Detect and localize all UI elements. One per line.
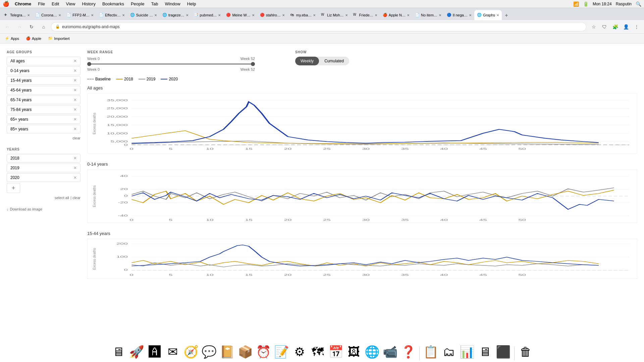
bookmark-apple[interactable]: 🍎 Apple — [24, 36, 43, 41]
battery-icon[interactable]: 🔋 — [583, 1, 589, 7]
tab-stahlro[interactable]: 🔴 stahlro… ✕ — [257, 10, 287, 20]
dock-chrome[interactable]: 🌐 — [364, 344, 380, 360]
remove-15-44[interactable]: ✕ — [73, 78, 77, 83]
dock-finder[interactable]: 🖥 — [110, 344, 127, 360]
bookmark-importiert[interactable]: 📁 Importiert — [46, 36, 71, 41]
back-button[interactable]: ← — [3, 22, 12, 32]
filter-2018[interactable]: 2018 ✕ — [7, 154, 80, 163]
menu-help[interactable]: Help — [184, 0, 199, 8]
remove-2018[interactable]: ✕ — [73, 156, 77, 161]
dock-appstore[interactable]: 🅰 — [146, 344, 163, 360]
remove-75-84[interactable]: ✕ — [73, 107, 77, 112]
menu-history[interactable]: History — [79, 0, 98, 8]
tab-close-applen[interactable]: ✕ — [407, 13, 410, 17]
apple-menu[interactable]: 🍎 — [3, 1, 9, 7]
show-weekly-button[interactable]: Weekly — [295, 57, 319, 65]
tab-suicide[interactable]: 🌐 Suicide … ✕ — [127, 10, 160, 20]
range-thumb-right[interactable] — [251, 62, 255, 66]
menu-dots-button[interactable]: ⋮ — [632, 22, 641, 32]
extensions-button[interactable]: 🧩 — [610, 22, 620, 32]
tab-pubmed[interactable]: 📑 pubmed… ✕ — [191, 10, 224, 20]
download-image-button[interactable]: ↓ Download as image — [7, 207, 80, 211]
tab-telegram[interactable]: ✈ Telegra… ✕ — [1, 10, 33, 20]
shield-button[interactable]: 🛡 — [600, 22, 609, 32]
tab-close-pubmed[interactable]: ✕ — [218, 13, 221, 17]
reload-button[interactable]: ↻ — [27, 22, 36, 32]
dock-mail[interactable]: ✉ — [164, 344, 181, 360]
remove-45-64[interactable]: ✕ — [73, 88, 77, 93]
search-icon[interactable]: 🔍 — [636, 1, 641, 7]
tab-close-suicide[interactable]: ✕ — [154, 13, 157, 17]
dock-trash[interactable]: 🗑 — [517, 344, 534, 360]
remove-2019[interactable]: ✕ — [73, 166, 77, 170]
remove-85-plus[interactable]: ✕ — [73, 127, 77, 131]
menu-bookmarks[interactable]: Bookmarks — [100, 0, 127, 8]
tab-close-trageze[interactable]: ✕ — [186, 13, 189, 17]
tab-meine[interactable]: 🔴 Meine W… ✕ — [223, 10, 257, 20]
bookmark-apps[interactable]: ⚡ Apps — [3, 36, 21, 41]
filter-45-64[interactable]: 45-64 years ✕ — [7, 86, 80, 95]
dock-help[interactable]: ❓ — [400, 344, 417, 360]
menu-edit[interactable]: Edit — [49, 0, 62, 8]
tab-noitem[interactable]: 📄 No item… ✕ — [412, 10, 444, 20]
tab-close-corona[interactable]: ✕ — [58, 13, 61, 17]
filter-15-44[interactable]: 15-44 years ✕ — [7, 76, 80, 85]
dock-prefs[interactable]: ⚙ — [291, 344, 308, 360]
remove-0-14[interactable]: ✕ — [73, 68, 77, 73]
menu-tab[interactable]: Tab — [148, 0, 161, 8]
dock-contacts[interactable]: 📔 — [219, 344, 235, 360]
dock-messages[interactable]: 💬 — [201, 344, 217, 360]
tab-graphs[interactable]: 🌐 Graphs ✕ — [474, 10, 502, 20]
url-bar[interactable]: 🔒 euromomo.eu/graphs-and-maps — [51, 22, 586, 32]
tab-close-ffp2[interactable]: ✕ — [91, 13, 94, 17]
dock-maps[interactable]: 🗺 — [309, 344, 326, 360]
tab-applen[interactable]: 🍎 Apple N… ✕ — [380, 10, 412, 20]
dock-launchpad[interactable]: 🚀 — [128, 344, 145, 360]
menu-file[interactable]: File — [35, 0, 48, 8]
tab-ffp2[interactable]: 📄 FFP2-M… ✕ — [64, 10, 96, 20]
tab-close-meine[interactable]: ✕ — [252, 13, 255, 17]
range-thumb-left[interactable] — [87, 62, 91, 66]
tab-close-effective[interactable]: ✕ — [122, 13, 125, 17]
tab-friede[interactable]: W Friede… ✕ — [351, 10, 380, 20]
tab-close-stahlro[interactable]: ✕ — [282, 13, 285, 17]
tab-close-noitem[interactable]: ✕ — [439, 13, 441, 17]
tab-close-telegram[interactable]: ✕ — [27, 13, 30, 17]
filter-75-84[interactable]: 75-84 years ✕ — [7, 105, 80, 114]
home-button[interactable]: ⌂ — [39, 22, 48, 32]
tab-effective[interactable]: 📄 Effectiv… ✕ — [96, 10, 127, 20]
remove-all-ages[interactable]: ✕ — [73, 59, 77, 63]
tab-ilnega[interactable]: 🔵 Il nega… ✕ — [444, 10, 474, 20]
menu-chrome[interactable]: Chrome — [12, 0, 34, 8]
filter-all-ages[interactable]: All ages ✕ — [7, 57, 80, 65]
filter-65-74[interactable]: 65-74 years ✕ — [7, 96, 80, 104]
dock-calendar[interactable]: 📅 — [327, 344, 344, 360]
tab-corona[interactable]: 📄 Corona… ✕ — [33, 10, 64, 20]
menu-window[interactable]: Window — [162, 0, 183, 8]
dock-terminal[interactable]: ⬛ — [495, 344, 512, 360]
tab-close-lizmoh[interactable]: ✕ — [345, 13, 348, 17]
filter-2020[interactable]: 2020 ✕ — [7, 173, 80, 182]
filter-65-plus[interactable]: 65+ years ✕ — [7, 115, 80, 124]
dock-photos-app[interactable]: 📦 — [237, 344, 254, 360]
filter-0-14[interactable]: 0-14 years ✕ — [7, 66, 80, 75]
tab-close-graphs[interactable]: ✕ — [496, 13, 499, 17]
forward-button[interactable]: → — [15, 22, 24, 32]
menu-people[interactable]: People — [128, 0, 147, 8]
wifi-icon[interactable]: 📶 — [573, 1, 579, 7]
remove-65-74[interactable]: ✕ — [73, 98, 77, 102]
tab-close-friede[interactable]: ✕ — [375, 13, 377, 17]
dock-notes[interactable]: 📝 — [273, 344, 290, 360]
show-cumulated-button[interactable]: Cumulated — [319, 57, 349, 65]
tab-close-myebay[interactable]: ✕ — [313, 13, 316, 17]
range-slider-track[interactable] — [87, 63, 255, 65]
dock-facetime[interactable]: 📹 — [382, 344, 398, 360]
add-year-button[interactable]: + — [7, 183, 20, 193]
dock-filemanager[interactable]: 🗂 — [440, 344, 457, 360]
remove-2020[interactable]: ✕ — [73, 175, 77, 180]
dock-timemachine[interactable]: ⏰ — [255, 344, 272, 360]
tab-myebay[interactable]: 🛍 my.eba… ✕ — [287, 10, 318, 20]
tab-close-ilnega[interactable]: ✕ — [469, 13, 472, 17]
tab-lizmoh[interactable]: W Liz Moh… ✕ — [318, 10, 351, 20]
clear-age-groups[interactable]: clear — [72, 136, 80, 140]
